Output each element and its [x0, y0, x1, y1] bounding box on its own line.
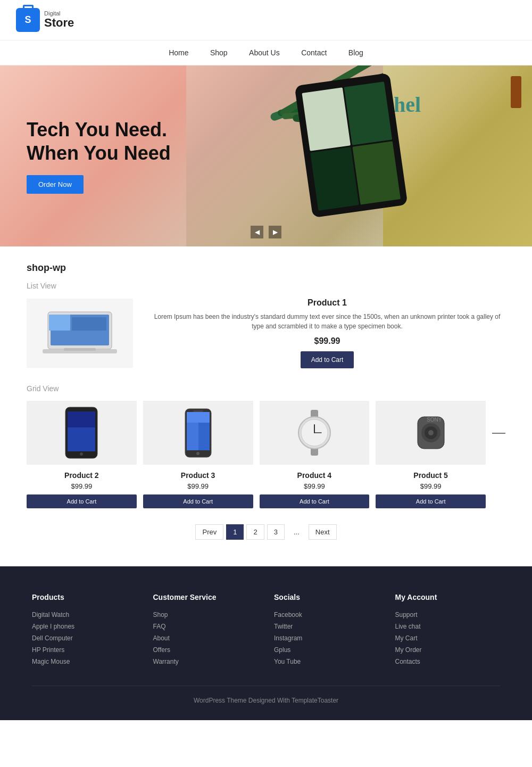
- nav-blog[interactable]: Blog: [348, 48, 363, 57]
- footer-link-dell-computer[interactable]: Dell Computer: [32, 634, 137, 642]
- shop-section-title: shop-wp: [27, 262, 505, 274]
- hero-next-button[interactable]: ▶: [269, 226, 281, 238]
- grid-product-4-price: $99.99: [260, 482, 370, 490]
- partial-line: [492, 433, 505, 434]
- footer-link-contacts[interactable]: Contacts: [395, 658, 501, 665]
- grid-product-4-image: [260, 401, 370, 465]
- shop-section: shop-wp List View Product 1 Lorem Ipsum …: [0, 246, 532, 566]
- footer-bottom: WordPress Theme Designed With TemplateTo…: [32, 686, 500, 704]
- logo-bag-icon: S: [16, 8, 40, 32]
- footer-link-hp-printers[interactable]: HP Printers: [32, 646, 137, 654]
- list-product-name: Product 1: [149, 298, 505, 308]
- grid-product-2-price: $99.99: [27, 482, 137, 490]
- footer-link-facebook[interactable]: Facebook: [274, 611, 379, 618]
- footer-link-digital-watch[interactable]: Digital Watch: [32, 611, 137, 618]
- grid-add-to-cart-2-button[interactable]: Add to Cart: [27, 494, 137, 508]
- svg-rect-5: [64, 348, 96, 351]
- footer-col-socials: Socials Facebook Twitter Instagram Gplus…: [274, 593, 379, 670]
- pagination-next-button[interactable]: Next: [309, 524, 337, 540]
- hero-content: Tech You Need. When You Need Order Now: [0, 97, 197, 215]
- svg-point-16: [196, 452, 200, 455]
- footer-link-magic-mouse[interactable]: Magic Mouse: [32, 658, 137, 665]
- footer-link-support[interactable]: Support: [395, 611, 501, 618]
- hero-bag: hel: [383, 65, 532, 246]
- list-view-label: List View: [27, 282, 505, 290]
- footer-products-heading: Products: [32, 593, 137, 601]
- list-product: Product 1 Lorem Ipsum has been the indus…: [27, 298, 505, 368]
- grid-product-2: Product 2 $99.99 Add to Cart: [27, 401, 137, 508]
- footer-link-offers[interactable]: Offers: [153, 646, 259, 654]
- svg-rect-8: [68, 411, 95, 427]
- nav-shop[interactable]: Shop: [210, 48, 228, 57]
- svg-point-27: [428, 430, 434, 435]
- nav-home[interactable]: Home: [169, 48, 188, 57]
- footer-link-warranty[interactable]: Warranty: [153, 658, 259, 665]
- footer-socials-heading: Socials: [274, 593, 379, 601]
- footer-my-account-heading: My Account: [395, 593, 501, 601]
- footer-link-live-chat[interactable]: Live chat: [395, 623, 501, 630]
- pagination-page-1-button[interactable]: 1: [226, 524, 244, 540]
- footer-link-twitter[interactable]: Twitter: [274, 623, 379, 630]
- grid-add-to-cart-4-button[interactable]: Add to Cart: [260, 494, 370, 508]
- list-product-info: Product 1 Lorem Ipsum has been the indus…: [149, 298, 505, 368]
- svg-rect-14: [187, 423, 198, 450]
- grid-product-5-price: $99.99: [376, 482, 486, 490]
- footer-link-about[interactable]: About: [153, 634, 259, 642]
- footer-link-my-cart[interactable]: My Cart: [395, 634, 501, 642]
- header: S Digital Store: [0, 0, 532, 40]
- grid-view-label: Grid View: [27, 384, 505, 393]
- footer-link-gplus[interactable]: Gplus: [274, 646, 379, 654]
- order-now-button[interactable]: Order Now: [27, 175, 84, 194]
- svg-rect-13: [187, 412, 210, 423]
- grid-product-5-image: SONY: [376, 401, 486, 465]
- footer-col-my-account: My Account Support Live chat My Cart My …: [395, 593, 501, 670]
- svg-text:SONY: SONY: [427, 417, 442, 423]
- hero-tablet: [294, 73, 408, 218]
- hero-banner: hel Tech You Need. When You Need Order N…: [0, 65, 532, 246]
- hero-prev-button[interactable]: ◀: [251, 226, 263, 238]
- logo-store: Store: [44, 17, 74, 29]
- footer-link-faq[interactable]: FAQ: [153, 623, 259, 630]
- svg-rect-2: [49, 315, 70, 331]
- footer-link-youtube[interactable]: You Tube: [274, 658, 379, 665]
- pagination: Prev 1 2 3 ... Next: [27, 524, 505, 540]
- nav-about-us[interactable]: About Us: [249, 48, 280, 57]
- main-nav: Home Shop About Us Contact Blog: [0, 40, 532, 65]
- hero-title: Tech You Need. When You Need: [27, 118, 171, 164]
- grid-product-3: Product 3 $99.99 Add to Cart: [143, 401, 253, 508]
- footer-link-my-order[interactable]: My Order: [395, 646, 501, 654]
- grid-product-3-image: [143, 401, 253, 465]
- svg-rect-3: [72, 317, 106, 331]
- footer-grid: Products Digital Watch Apple I phones De…: [32, 593, 500, 670]
- pagination-prev-button[interactable]: Prev: [195, 524, 223, 540]
- grid-products-row: Product 2 $99.99 Add to Cart Product 3 $…: [27, 401, 505, 508]
- svg-rect-15: [198, 423, 210, 450]
- grid-product-2-image: [27, 401, 137, 465]
- nav-contact[interactable]: Contact: [301, 48, 327, 57]
- hero-carousel-nav: ◀ ▶: [251, 226, 281, 238]
- svg-point-10: [80, 452, 83, 456]
- svg-rect-9: [68, 427, 95, 451]
- list-add-to-cart-button[interactable]: Add to Cart: [301, 351, 354, 368]
- grid-product-3-name: Product 3: [143, 471, 253, 480]
- footer-link-shop[interactable]: Shop: [153, 611, 259, 618]
- grid-product-5: SONY Product 5 $99.99 Add to Cart: [376, 401, 486, 508]
- list-product-price: $99.99: [149, 336, 505, 346]
- grid-add-to-cart-3-button[interactable]: Add to Cart: [143, 494, 253, 508]
- pagination-dots: ...: [287, 525, 306, 539]
- logo-text: Digital Store: [44, 10, 74, 29]
- laptop-icon: [43, 309, 117, 357]
- footer-customer-service-heading: Customer Service: [153, 593, 259, 601]
- list-product-image: [27, 299, 133, 368]
- logo: S Digital Store: [16, 8, 74, 32]
- pagination-page-2-button[interactable]: 2: [246, 524, 264, 540]
- grid-product-2-name: Product 2: [27, 471, 137, 480]
- pagination-page-3-button[interactable]: 3: [267, 524, 285, 540]
- grid-product-4: Product 4 $99.99 Add to Cart: [260, 401, 370, 508]
- footer-bottom-text: WordPress Theme Designed With TemplateTo…: [194, 697, 338, 704]
- svg-rect-17: [193, 410, 203, 412]
- grid-product-5-name: Product 5: [376, 471, 486, 480]
- grid-add-to-cart-5-button[interactable]: Add to Cart: [376, 494, 486, 508]
- footer-link-apple-iphones[interactable]: Apple I phones: [32, 623, 137, 630]
- footer-link-instagram[interactable]: Instagram: [274, 634, 379, 642]
